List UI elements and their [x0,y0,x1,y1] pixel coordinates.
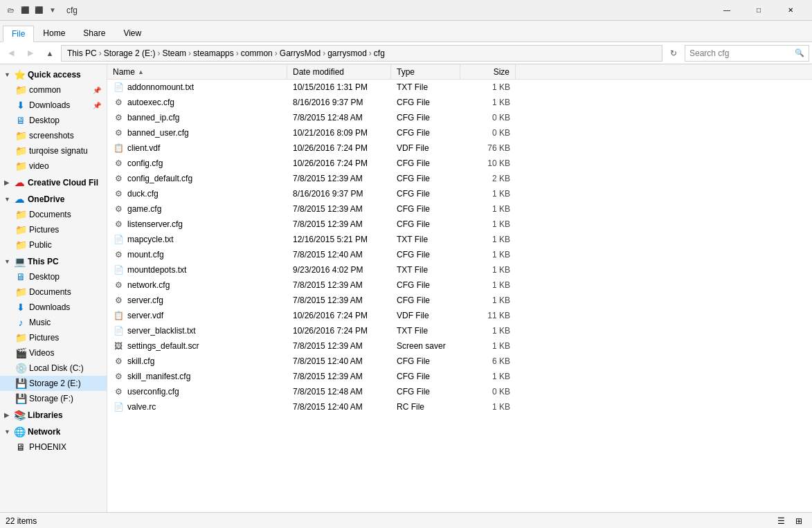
col-size-header[interactable]: Size [460,64,516,79]
table-row[interactable]: ⚙ network.cfg 7/8/2015 12:39 AM CFG File… [107,277,812,293]
table-row[interactable]: ⚙ config_default.cfg 7/8/2015 12:39 AM C… [107,171,812,186]
file-name-cell: 📋 server.vdf [107,308,287,323]
file-date-cell: 8/16/2016 9:37 PM [287,186,391,201]
table-row[interactable]: 📄 addonnomount.txt 10/15/2016 1:31 PM TX… [107,80,812,95]
file-type-icon: ⚙ [113,203,124,215]
file-type-cell: CFG File [391,171,460,186]
table-row[interactable]: ⚙ config.cfg 10/26/2016 7:24 PM CFG File… [107,156,812,171]
thispc-header[interactable]: ▼ 💻 This PC [0,254,107,269]
table-row[interactable]: 📋 client.vdf 10/26/2016 7:24 PM VDF File… [107,140,812,156]
search-input[interactable] [689,48,795,58]
table-row[interactable]: ⚙ userconfig.cfg 7/8/2015 12:48 AM CFG F… [107,384,812,399]
details-view-button[interactable]: ☰ [773,513,788,529]
sidebar-item-documents-od[interactable]: 📁 Documents [0,207,107,222]
file-type-icon: 📄 [113,264,124,275]
file-type-icon: ⚙ [113,112,124,123]
sidebar-item-storagef[interactable]: 💾 Storage (F:) [0,391,107,406]
sidebar-item-common[interactable]: 📁 common 📌 [0,82,107,98]
minimize-button[interactable]: — [711,0,743,21]
downloads-icon: ⬇ [15,100,26,111]
table-row[interactable]: 📄 server_blacklist.txt 10/26/2016 7:24 P… [107,323,812,338]
title-bar: 🗁 ⬛ ⬛ ▼ cfg — □ ✕ [0,0,812,21]
file-date-cell: 7/8/2015 12:40 AM [287,354,391,369]
table-row[interactable]: 📄 valve.rc 7/8/2015 12:40 AM RC File 1 K… [107,399,812,415]
libraries-header[interactable]: ▶ 📚 Libraries [0,408,107,423]
sidebar-item-pictures-pc[interactable]: 📁 Pictures [0,330,107,345]
tab-home[interactable]: Home [34,25,74,42]
table-row[interactable]: ⚙ game.cfg 7/8/2015 12:39 AM CFG File 1 … [107,201,812,217]
file-type-cell: CFG File [391,277,460,293]
sidebar-item-localc[interactable]: 💿 Local Disk (C:) [0,361,107,376]
file-date-cell: 10/26/2016 7:24 PM [287,156,391,171]
col-name-header[interactable]: Name ▲ [107,64,287,79]
sidebar-item-music-pc[interactable]: ♪ Music [0,315,107,330]
table-row[interactable]: ⚙ mount.cfg 7/8/2015 12:40 AM CFG File 1… [107,247,812,262]
table-row[interactable]: 📄 mapcycle.txt 12/16/2015 5:21 PM TXT Fi… [107,232,812,247]
sidebar-item-screenshots[interactable]: 📁 screenshots [0,128,107,143]
sidebar-item-storagee[interactable]: 💾 Storage 2 (E:) [0,376,107,391]
table-row[interactable]: ⚙ banned_user.cfg 10/21/2016 8:09 PM CFG… [107,125,812,140]
file-type-cell: CFG File [391,354,460,369]
up-button[interactable]: ▲ [42,45,58,62]
thispc-icon: 💻 [14,256,25,267]
file-size-cell: 1 KB [460,95,516,110]
file-type-icon: ⚙ [113,127,124,138]
table-row[interactable]: 📋 server.vdf 10/26/2016 7:24 PM VDF File… [107,308,812,323]
table-row[interactable]: ⚙ duck.cfg 8/16/2016 9:37 PM CFG File 1 … [107,186,812,201]
table-row[interactable]: ⚙ skill.cfg 7/8/2015 12:40 AM CFG File 6… [107,354,812,369]
sidebar-item-documents-pc[interactable]: 📁 Documents [0,284,107,300]
forward-button[interactable]: ▶ [22,45,39,62]
file-size-cell: 1 KB [460,293,516,308]
col-date-header[interactable]: Date modified [287,64,391,79]
file-size-cell: 1 KB [460,217,516,232]
network-header[interactable]: ▼ 🌐 Network [0,424,107,439]
table-row[interactable]: ⚙ autoexec.cfg 8/16/2016 9:37 PM CFG Fil… [107,95,812,110]
table-row[interactable]: ⚙ skill_manifest.cfg 7/8/2015 12:39 AM C… [107,369,812,384]
sidebar-item-turqoise[interactable]: 📁 turqoise signatu [0,143,107,158]
quick-access-icon: ⭐ [14,69,25,80]
sidebar-item-public-od[interactable]: 📁 Public [0,237,107,253]
file-type-icon: ⚙ [113,295,124,306]
onedrive-header[interactable]: ▼ ☁ OneDrive [0,192,107,207]
crumb-garrysmod2: garrysmod [327,48,367,58]
address-path[interactable]: This PC › Storage 2 (E:) › Steam › steam… [61,45,662,62]
sidebar-item-phoenix[interactable]: 🖥 PHOENIX [0,439,107,455]
tab-file[interactable]: File [3,26,34,42]
sidebar-item-videos-pc[interactable]: 🎬 Videos [0,345,107,361]
creative-cloud-header[interactable]: ▶ ☁ Creative Cloud Fil [0,175,107,190]
sidebar-item-downloads[interactable]: ⬇ Downloads 📌 [0,98,107,113]
col-type-header[interactable]: Type [391,64,460,79]
sidebar-item-pictures-od[interactable]: 📁 Pictures [0,222,107,237]
sidebar-item-desktop[interactable]: 🖥 Desktop [0,113,107,128]
file-date-cell: 8/16/2016 9:37 PM [287,95,391,110]
search-icon: 🔍 [795,48,804,57]
sidebar-item-desktop-pc[interactable]: 🖥 Desktop [0,269,107,284]
table-row[interactable]: 📄 mountdepots.txt 9/23/2016 4:02 PM TXT … [107,262,812,277]
file-size-cell: 1 KB [460,247,516,262]
file-size-cell: 10 KB [460,156,516,171]
back-button[interactable]: ◀ [3,45,19,62]
table-row[interactable]: ⚙ server.cfg 7/8/2015 12:39 AM CFG File … [107,293,812,308]
file-type-icon: ⚙ [113,97,124,108]
search-box[interactable]: 🔍 [685,45,809,62]
maximize-button[interactable]: □ [743,0,775,21]
table-row[interactable]: 🖼 settings_default.scr 7/8/2015 12:39 AM… [107,338,812,354]
pics-pc-icon: 📁 [15,332,26,343]
window-controls: — □ ✕ [711,0,806,21]
tab-view[interactable]: View [114,25,150,42]
tb-icon-2: ⬛ [33,5,44,16]
tab-share[interactable]: Share [74,25,114,42]
docs-pc-icon: 📁 [15,286,26,298]
close-button[interactable]: ✕ [775,0,806,21]
file-list-header: Name ▲ Date modified Type Size [107,64,812,80]
sidebar-item-video[interactable]: 📁 video [0,158,107,174]
sidebar-item-downloads-pc[interactable]: ⬇ Downloads [0,300,107,315]
table-row[interactable]: ⚙ listenserver.cfg 7/8/2015 12:39 AM CFG… [107,217,812,232]
refresh-button[interactable]: ↻ [665,45,682,62]
table-row[interactable]: ⚙ banned_ip.cfg 7/8/2015 12:48 AM CFG Fi… [107,110,812,125]
quick-access-header[interactable]: ▼ ⭐ Quick access [0,67,107,82]
large-icons-view-button[interactable]: ⊞ [791,513,806,529]
file-date-cell: 7/8/2015 12:39 AM [287,293,391,308]
file-type-cell: TXT File [391,323,460,338]
file-type-icon: 📄 [113,401,124,412]
